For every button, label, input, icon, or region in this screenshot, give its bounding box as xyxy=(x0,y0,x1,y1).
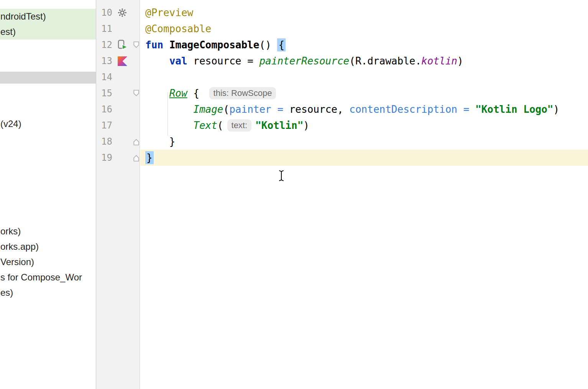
gutter-line: 14 xyxy=(96,69,140,85)
code-token: resource, xyxy=(289,104,350,115)
mouse-cursor-ibeam xyxy=(278,170,284,181)
gutter-line: 19 xyxy=(96,150,140,166)
tree-item[interactable]: s for Compose_Wor xyxy=(0,270,96,285)
gutter-icon-slot xyxy=(116,87,128,99)
code-fold-close-icon[interactable] xyxy=(131,152,141,163)
tree-item-label: ndroidTest) xyxy=(0,11,46,22)
code-line[interactable]: Row { this: RowScope xyxy=(140,85,588,101)
code-fold-open-icon[interactable] xyxy=(131,88,141,99)
code-token xyxy=(145,87,169,99)
line-number[interactable]: 18 xyxy=(96,136,112,147)
line-number[interactable]: 12 xyxy=(96,40,112,50)
line-number[interactable]: 15 xyxy=(96,88,112,99)
tree-item[interactable]: est) xyxy=(0,24,96,40)
tree-item-label: est) xyxy=(0,26,16,37)
project-tree-panel: ndroidTest)est)(v24)orks)orks.app)Versio… xyxy=(0,0,96,389)
code-token: Image xyxy=(193,104,223,115)
line-number[interactable]: 16 xyxy=(96,104,112,115)
code-token xyxy=(145,120,193,131)
gutter-line: 15 xyxy=(96,85,140,101)
gutter-line: 11 xyxy=(96,21,140,37)
tree-item[interactable]: orks) xyxy=(0,224,96,239)
code-token: Text xyxy=(193,120,217,131)
gutter-line: 10 xyxy=(96,5,140,21)
code-token: ) xyxy=(457,55,463,67)
code-token: Row xyxy=(169,87,187,99)
code-line[interactable] xyxy=(140,69,588,85)
tree-item-label: s for Compose_Wor xyxy=(0,272,82,283)
code-token: ImageComposable xyxy=(169,39,260,51)
tree-item-label: orks) xyxy=(0,226,21,237)
code-token: @Preview xyxy=(145,7,193,18)
gutter-icon-slot xyxy=(116,103,128,115)
indent-guide xyxy=(168,92,168,136)
gutter-icon-slot xyxy=(116,152,128,164)
code-line[interactable]: Text(text:"Kotlin") xyxy=(140,117,588,134)
code-token xyxy=(163,39,169,51)
code-token: resource = xyxy=(187,55,260,67)
code-line[interactable]: val resource = painterResource(R.drawabl… xyxy=(140,53,588,69)
code-token: painter = xyxy=(229,104,289,115)
gutter-line: 16 xyxy=(96,101,140,117)
code-line[interactable]: fun ImageComposable() { xyxy=(140,37,588,53)
editor-gutter: 10111213141516171819 xyxy=(96,0,140,389)
code-line[interactable]: @Preview xyxy=(140,5,588,21)
code-line[interactable]: } xyxy=(140,134,588,150)
line-number[interactable]: 11 xyxy=(96,23,112,34)
code-token xyxy=(145,104,193,115)
code-token: kotlin xyxy=(421,55,457,67)
code-token: "Kotlin" xyxy=(255,120,303,131)
tree-item[interactable]: Version) xyxy=(0,254,96,270)
run-preview-icon[interactable] xyxy=(116,39,128,51)
code-line[interactable]: Image(painter = resource, contentDescrip… xyxy=(140,101,588,117)
code-line[interactable]: } xyxy=(140,150,588,166)
inlay-hint[interactable]: text: xyxy=(227,119,252,132)
tree-item-label: es) xyxy=(0,287,13,298)
code-token: contentDescription = xyxy=(349,104,475,115)
code-token: @Composable xyxy=(145,23,211,35)
line-number[interactable]: 17 xyxy=(96,120,112,131)
gutter-icon-slot xyxy=(116,23,128,35)
ide-window: ndroidTest)est)(v24)orks)orks.app)Versio… xyxy=(0,0,588,389)
line-number[interactable]: 10 xyxy=(96,7,112,18)
gutter-line: 13 xyxy=(96,53,140,69)
code-fold-close-icon[interactable] xyxy=(131,136,141,147)
code-token: { xyxy=(277,38,286,51)
line-number[interactable]: 14 xyxy=(96,72,112,82)
line-number[interactable]: 19 xyxy=(96,152,112,163)
code-token: val xyxy=(169,55,187,67)
tree-item[interactable]: (v24) xyxy=(0,116,96,132)
kotlin-logo-icon[interactable] xyxy=(116,55,128,67)
gutter-line: 12 xyxy=(96,37,140,53)
code-token: () xyxy=(259,39,277,51)
tree-item[interactable] xyxy=(0,72,96,84)
code-line[interactable]: @Composable xyxy=(140,21,588,37)
code-token: ( xyxy=(223,104,230,115)
gutter-line: 17 xyxy=(96,117,140,134)
gutter-icon-slot xyxy=(116,71,128,83)
code-token: ( xyxy=(217,120,223,131)
gutter-icon-slot xyxy=(116,119,128,132)
gutter-line: 18 xyxy=(96,134,140,150)
code-fold-open-icon[interactable] xyxy=(131,40,141,50)
code-token: } xyxy=(145,136,175,147)
code-token: ) xyxy=(303,120,309,131)
tree-item[interactable]: ndroidTest) xyxy=(0,9,96,24)
code-token: } xyxy=(145,151,154,164)
code-token: ) xyxy=(554,104,560,115)
line-number[interactable]: 13 xyxy=(96,56,112,66)
tree-item-label: Version) xyxy=(0,257,34,267)
code-token: painterResource xyxy=(259,55,349,67)
code-token: "Kotlin Logo" xyxy=(475,104,554,115)
tree-item-label: (v24) xyxy=(0,119,21,129)
tree-item-label: orks.app) xyxy=(0,241,39,252)
gutter-icon-slot xyxy=(116,135,128,148)
tree-item[interactable]: es) xyxy=(0,285,96,300)
tree-item[interactable]: orks.app) xyxy=(0,239,96,254)
code-token: (R.drawable. xyxy=(349,55,421,67)
code-token xyxy=(145,55,169,67)
editor-pane[interactable]: @Preview@Composablefun ImageComposable()… xyxy=(140,0,588,389)
code-token: fun xyxy=(145,39,163,51)
inlay-hint[interactable]: this: RowScope xyxy=(209,87,276,99)
gear-icon[interactable] xyxy=(116,7,128,19)
